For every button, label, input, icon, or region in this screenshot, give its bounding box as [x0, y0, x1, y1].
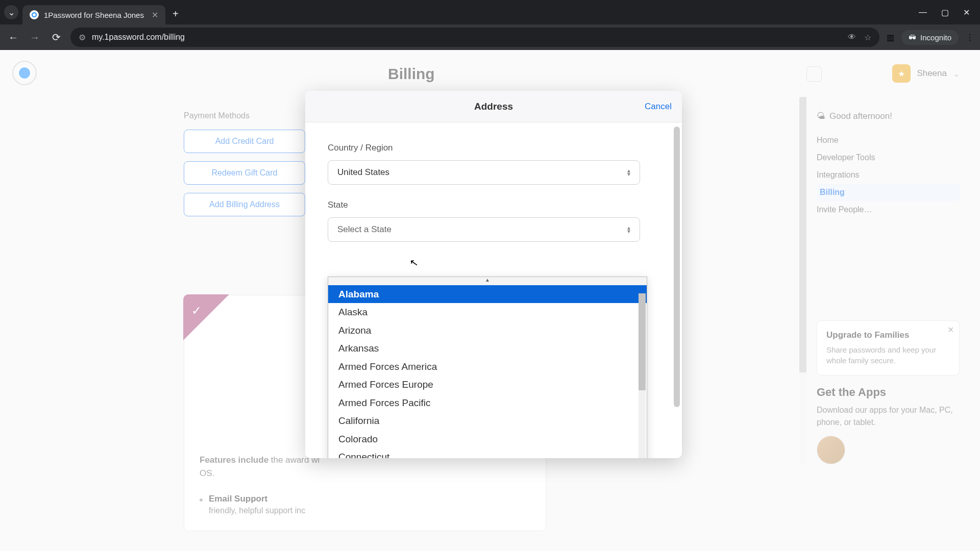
- scroll-up-icon[interactable]: ▲: [328, 277, 647, 285]
- content-scrollbar[interactable]: [799, 97, 806, 464]
- address-modal: Address Cancel Country / Region United S…: [305, 91, 682, 458]
- menu-icon[interactable]: ⋮: [966, 33, 974, 42]
- features-line2: OS.: [200, 468, 214, 478]
- browser-toolbar: ← → ⟳ ⚙ my.1password.com/billing 👁 ☆ ▥ 🕶…: [0, 24, 980, 50]
- select-arrows-icon: ▲▼: [626, 226, 631, 233]
- state-label: State: [328, 200, 659, 210]
- state-dropdown: ▲ AlabamaAlaskaArizonaArkansasArmed Forc…: [328, 277, 647, 458]
- user-name: Sheena: [917, 68, 947, 79]
- minimize-icon[interactable]: —: [919, 8, 927, 17]
- browser-tab-bar: ⌄ 1Password for Sheena Jones ✕ + — ▢ ✕: [0, 0, 980, 24]
- promo-title: Upgrade to Families: [826, 330, 950, 340]
- dropdown-scrollbar[interactable]: [639, 293, 646, 458]
- payment-methods-section: Payment Methods Add Credit Card Redeem G…: [184, 111, 311, 224]
- incognito-label: Incognito: [920, 33, 951, 42]
- checkmark-icon: ✓: [183, 294, 229, 340]
- reload-icon[interactable]: ⟳: [49, 31, 63, 43]
- app-store-icon[interactable]: [817, 436, 845, 464]
- sidebar-item-billing[interactable]: Billing: [817, 184, 960, 201]
- modal-title: Address: [474, 101, 513, 112]
- url-bar[interactable]: ⚙ my.1password.com/billing 👁 ☆: [70, 28, 879, 47]
- panel-icon[interactable]: ▥: [887, 33, 894, 42]
- state-option[interactable]: Armed Forces Europe: [328, 375, 647, 393]
- state-option[interactable]: California: [328, 412, 647, 430]
- sidebar-item-integrations[interactable]: Integrations: [817, 166, 960, 184]
- state-option[interactable]: Arkansas: [328, 339, 647, 357]
- tab-favicon: [30, 10, 39, 19]
- browser-tab[interactable]: 1Password for Sheena Jones ✕: [22, 5, 165, 24]
- state-option[interactable]: Armed Forces Pacific: [328, 394, 647, 412]
- site-settings-icon[interactable]: ⚙: [79, 33, 86, 42]
- state-placeholder: Select a State: [337, 224, 391, 235]
- state-option[interactable]: Alabama: [328, 285, 647, 303]
- sidebar-item-invite-people-[interactable]: Invite People…: [817, 201, 960, 218]
- add-billing-address-button[interactable]: Add Billing Address: [184, 193, 305, 216]
- notification-icon[interactable]: [806, 66, 822, 82]
- chevron-down-icon: ⌄: [8, 8, 15, 17]
- chevron-down-icon: ⌄: [953, 69, 960, 79]
- upgrade-families-card: ✕ Upgrade to Families Share passwords an…: [817, 320, 960, 375]
- incognito-chip[interactable]: 🕶 Incognito: [901, 30, 959, 45]
- app-header: [0, 50, 980, 96]
- greeting-text: Good afternoon!: [829, 111, 892, 121]
- country-label: Country / Region: [328, 143, 659, 153]
- user-menu[interactable]: ★ Sheena ⌄: [892, 64, 960, 83]
- modal-header: Address Cancel: [305, 91, 682, 122]
- tab-title: 1Password for Sheena Jones: [44, 11, 146, 19]
- eye-off-icon[interactable]: 👁: [848, 33, 856, 42]
- state-select[interactable]: Select a State ▲▼: [328, 217, 640, 242]
- close-window-icon[interactable]: ✕: [963, 8, 970, 17]
- close-icon[interactable]: ✕: [947, 325, 954, 335]
- bullet-title: Email Support: [209, 494, 305, 504]
- window-controls: — ▢ ✕: [919, 8, 976, 17]
- sidebar-item-home[interactable]: Home: [817, 132, 960, 149]
- feature-bullet: Email Support friendly, helpful support …: [200, 494, 530, 515]
- state-option[interactable]: Armed Forces America: [328, 358, 647, 375]
- forward-icon[interactable]: →: [28, 32, 42, 43]
- state-option[interactable]: Connecticut: [328, 448, 647, 458]
- incognito-icon: 🕶: [909, 33, 916, 42]
- section-label: Payment Methods: [184, 111, 311, 120]
- add-credit-card-button[interactable]: Add Credit Card: [184, 130, 305, 153]
- redeem-gift-card-button[interactable]: Redeem Gift Card: [184, 161, 305, 185]
- back-icon[interactable]: ←: [6, 32, 20, 43]
- maximize-icon[interactable]: ▢: [941, 8, 949, 17]
- apps-title: Get the Apps: [817, 386, 960, 399]
- apps-subtitle: Download our apps for your Mac, PC, phon…: [817, 404, 960, 429]
- country-select[interactable]: United States ▲▼: [328, 160, 640, 185]
- bullet-subtitle: friendly, helpful support inc: [209, 506, 305, 515]
- bullet-icon: [200, 498, 203, 502]
- greeting: 🌤 Good afternoon!: [817, 111, 960, 121]
- sidebar-nav: HomeDeveloper ToolsIntegrationsBillingIn…: [817, 132, 960, 218]
- state-option[interactable]: Alaska: [328, 303, 647, 321]
- modal-scrollbar[interactable]: [674, 127, 680, 407]
- app-logo[interactable]: [12, 61, 37, 85]
- sun-icon: 🌤: [817, 111, 825, 121]
- page-title: Billing: [388, 65, 435, 83]
- url-text: my.1password.com/billing: [92, 33, 185, 42]
- modal-body: Country / Region United States ▲▼ State …: [305, 122, 682, 458]
- scrollbar-thumb[interactable]: [639, 293, 646, 390]
- state-option[interactable]: Colorado: [328, 430, 647, 448]
- page-content: Billing ★ Sheena ⌄ Payment Methods Add C…: [0, 50, 980, 551]
- state-option[interactable]: Arizona: [328, 321, 647, 339]
- cancel-button[interactable]: Cancel: [645, 102, 672, 112]
- scrollbar-thumb[interactable]: [799, 97, 806, 372]
- select-arrows-icon: ▲▼: [626, 169, 631, 176]
- tab-search-button[interactable]: ⌄: [4, 5, 18, 19]
- promo-subtitle: Share passwords and keep your whole fami…: [826, 344, 950, 366]
- sidebar-item-developer-tools[interactable]: Developer Tools: [817, 149, 960, 166]
- close-icon[interactable]: ✕: [152, 10, 158, 20]
- country-value: United States: [337, 167, 389, 178]
- get-apps-card: Get the Apps Download our apps for your …: [817, 386, 960, 464]
- bookmark-icon[interactable]: ☆: [864, 33, 871, 42]
- right-sidebar: 🌤 Good afternoon! HomeDeveloper ToolsInt…: [817, 111, 960, 464]
- new-tab-button[interactable]: +: [173, 8, 179, 20]
- avatar: ★: [892, 64, 911, 83]
- features-intro-prefix: Features include: [200, 455, 271, 465]
